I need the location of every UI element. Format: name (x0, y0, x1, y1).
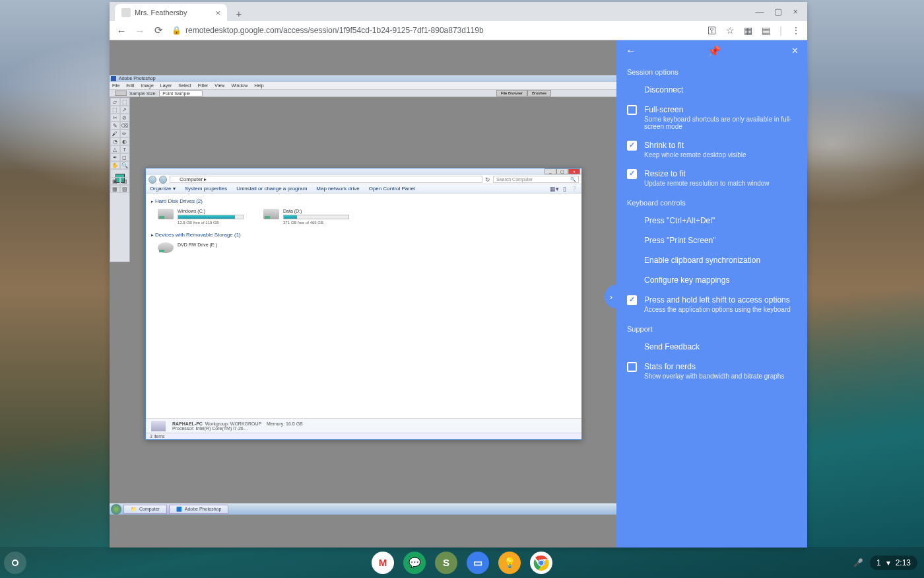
explorer-minimize-icon[interactable]: _ (544, 168, 556, 174)
dvd-drive[interactable]: DVD RW Drive (E:) (158, 242, 217, 253)
drive-c[interactable]: Windows (C:) 13.8 GB free of 119 GB (158, 209, 244, 225)
docs-icon[interactable]: ▭ (467, 552, 489, 574)
tool-icon[interactable]: ▤ (120, 177, 130, 185)
tool-icon[interactable]: ✎ (110, 122, 120, 129)
tool-icon[interactable]: ▦ (110, 185, 120, 193)
tool-icon[interactable]: ↗ (120, 106, 130, 114)
explorer-path[interactable]: Computer ▸ (170, 176, 482, 183)
refresh-icon[interactable]: ↻ (485, 176, 490, 183)
back-button[interactable]: ← (116, 25, 127, 36)
map-drive-button[interactable]: Map network drive (316, 186, 359, 192)
preview-pane-icon[interactable]: ▯ (563, 186, 566, 192)
explorer-back-button[interactable] (148, 176, 156, 184)
start-button[interactable] (111, 504, 121, 515)
sheets-icon[interactable]: S (435, 552, 457, 574)
organize-menu[interactable]: Organize ▾ (150, 186, 176, 192)
explorer-window[interactable]: _ ▢ × Computer ▸ ↻ Search Computer🔍 Orga… (145, 168, 582, 440)
photoshop-menu[interactable]: File Edit Image Layer Select Filter View… (110, 82, 617, 89)
explorer-close-icon[interactable]: × (568, 168, 580, 174)
tool-icon[interactable]: ▧ (120, 185, 130, 193)
fullscreen-option[interactable]: Full-screen Some keyboard shortcuts are … (616, 100, 807, 135)
send-feedback-button[interactable]: Send Feedback (616, 337, 807, 357)
shift-options[interactable]: Press and hold left shift to access opti… (616, 290, 807, 318)
tool-icon[interactable]: ▣ (110, 177, 120, 185)
explorer-maximize-icon[interactable]: ▢ (556, 168, 568, 174)
clipboard-sync-button[interactable]: Enable clipboard synchronization (616, 250, 807, 270)
tool-icon[interactable]: ▱ (110, 98, 120, 106)
photoshop-titlebar[interactable]: Adobe Photoshop (110, 75, 617, 82)
ctrl-alt-del-button[interactable]: Press "Ctrl+Alt+Del" (616, 211, 807, 231)
tool-icon[interactable]: ◐ (120, 137, 130, 145)
removable-group-header[interactable]: Devices with Removable Storage (1) (151, 230, 576, 240)
checkbox-icon[interactable] (627, 362, 637, 372)
shrink-option[interactable]: Shrink to fit Keep whole remote desktop … (616, 135, 807, 164)
key-mappings-button[interactable]: Configure key mappings (616, 270, 807, 290)
stats-option[interactable]: Stats for nerds Show overlay with bandwi… (616, 357, 807, 385)
tool-icon[interactable]: ⌫ (120, 122, 130, 129)
browser-tab[interactable]: Mrs. Feathersby × (115, 4, 227, 21)
tool-icon[interactable]: ⊘ (120, 114, 130, 122)
drives-group-header[interactable]: Hard Disk Drives (2) (151, 196, 576, 206)
photoshop-palette-tabs[interactable]: File Browser Brushes (496, 90, 551, 96)
panel-back-icon[interactable]: ← (626, 45, 636, 57)
help-icon[interactable]: ❔ (570, 186, 578, 192)
voice-icon[interactable]: 🎤 (853, 558, 863, 567)
tab-close-icon[interactable]: × (215, 8, 220, 18)
panel-close-icon[interactable]: × (792, 45, 798, 57)
extension1-icon[interactable]: ▦ (744, 25, 752, 36)
tool-icon[interactable]: 🖌 (110, 129, 120, 137)
tool-icon[interactable]: ◔ (110, 137, 120, 145)
key-icon[interactable]: ⚿ (708, 25, 717, 36)
messages-icon[interactable]: 💬 (403, 552, 426, 574)
omnibox[interactable]: 🔒 remotedesktop.google.com/access/sessio… (172, 26, 700, 35)
gmail-icon[interactable]: M (372, 552, 394, 574)
eyedropper-icon[interactable] (115, 90, 127, 96)
explorer-body[interactable]: Hard Disk Drives (2) Windows (C:) 13.8 G… (146, 194, 581, 418)
extension2-icon[interactable]: ▤ (762, 25, 770, 36)
tool-icon[interactable]: 🔍 (120, 161, 130, 169)
print-screen-button[interactable]: Press "Print Screen" (616, 231, 807, 250)
photoshop-toolbox[interactable]: ▱⬚ ⬚↗ ✂⊘ ✎⌫ 🖌✏ ◔◐ △T ✒◻ ✋🔍 ▣▤ ▦▧ (110, 97, 130, 262)
window-close-icon[interactable]: × (793, 7, 798, 17)
tool-icon[interactable]: ⬚ (110, 106, 120, 114)
checkbox-icon[interactable] (627, 169, 637, 179)
taskbar-item-photoshop[interactable]: 🟦 Adobe Photoshop (169, 505, 229, 514)
new-tab-button[interactable]: + (231, 5, 247, 21)
remote-desktop[interactable]: Adobe Photoshop File Edit Image Layer Se… (110, 75, 617, 515)
tool-icon[interactable]: ✋ (110, 161, 120, 169)
control-panel-button[interactable]: Open Control Panel (369, 186, 415, 192)
disconnect-button[interactable]: Disconnect (616, 80, 807, 100)
window-maximize-icon[interactable]: ▢ (774, 7, 782, 17)
tool-icon[interactable]: ✒ (110, 153, 120, 161)
system-tray[interactable]: 🎤 1 ▾ 2:13 (853, 556, 917, 570)
windows-taskbar[interactable]: 📁 Computer 🟦 Adobe Photoshop (110, 503, 617, 515)
tool-icon[interactable]: ✂ (110, 114, 120, 122)
system-properties-button[interactable]: System properties (185, 186, 227, 192)
checkbox-icon[interactable] (627, 295, 637, 305)
tool-icon[interactable]: ⬚ (120, 98, 130, 106)
forward-button[interactable]: → (135, 25, 145, 36)
tool-icon[interactable]: ◻ (120, 153, 130, 161)
tool-icon[interactable]: ✏ (120, 129, 130, 137)
chrome-icon[interactable] (530, 552, 552, 574)
notification-badge[interactable]: 1 (876, 558, 881, 567)
reload-button[interactable]: ⟳ (153, 24, 164, 36)
launcher-button[interactable] (4, 552, 26, 574)
explorer-search[interactable]: Search Computer🔍 (493, 176, 579, 183)
panel-pin-icon[interactable]: 📌 (708, 45, 721, 57)
view-icon[interactable]: ▦▾ (550, 186, 559, 192)
uninstall-button[interactable]: Uninstall or change a program (236, 186, 307, 192)
explorer-forward-button[interactable] (159, 176, 167, 184)
tool-icon[interactable]: T (120, 145, 130, 153)
drive-d[interactable]: Data (D:) 371 GB free of 465 GB (263, 209, 349, 225)
keep-icon[interactable]: 💡 (498, 552, 521, 574)
menu-icon[interactable]: ⋮ (791, 25, 801, 36)
checkbox-icon[interactable] (627, 141, 637, 151)
tool-icon[interactable]: △ (110, 145, 120, 153)
sample-size-dropdown[interactable]: Point Sample (159, 90, 203, 96)
checkbox-icon[interactable] (627, 105, 637, 115)
resize-option[interactable]: Resize to fit Update remote resolution t… (616, 164, 807, 192)
explorer-titlebar[interactable]: _ ▢ × (146, 168, 581, 175)
taskbar-item-computer[interactable]: 📁 Computer (123, 505, 167, 514)
star-icon[interactable]: ☆ (726, 25, 735, 36)
